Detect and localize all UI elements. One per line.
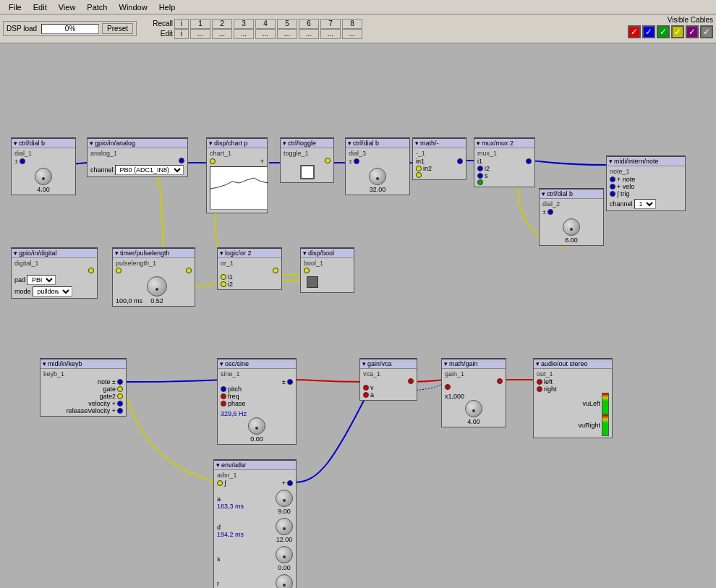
recall-8[interactable]: 8 (342, 19, 362, 29)
recall-4[interactable]: 4 (255, 19, 276, 29)
port-i2-mux[interactable] (477, 173, 483, 179)
port-relvel-out[interactable] (117, 408, 123, 414)
adsr-s-dial[interactable] (276, 546, 293, 563)
edit-dots-4[interactable]: ... (255, 29, 276, 39)
channel-label: channel (90, 166, 114, 174)
port-s-mux[interactable] (477, 179, 483, 185)
port-out-math[interactable] (457, 158, 463, 164)
port-a-in[interactable] (363, 392, 369, 398)
preset-button[interactable]: Preset (102, 23, 133, 34)
sine-dial[interactable] (248, 417, 265, 435)
port-freq-in[interactable] (221, 393, 226, 399)
note-channel-select[interactable]: 1 (634, 199, 656, 209)
recall-2[interactable]: 2 (212, 19, 232, 29)
port-out-dial3[interactable] (354, 158, 359, 164)
menu-patch[interactable]: Patch (81, 0, 113, 14)
port-out-dial1[interactable] (20, 158, 25, 164)
port-out-trig[interactable] (610, 191, 615, 197)
port-out-adsr[interactable] (287, 480, 293, 486)
port-out-gpio[interactable] (179, 158, 184, 163)
port-out-note1[interactable] (610, 176, 615, 182)
menu-window[interactable]: Window (114, 0, 153, 14)
port-out-vca[interactable] (408, 378, 414, 384)
edit-dots-6[interactable]: ... (299, 29, 319, 39)
recall-3[interactable]: 3 (234, 19, 254, 29)
edit-dots-2[interactable]: ... (212, 29, 232, 39)
port-in1-math[interactable] (416, 166, 422, 171)
menu-help[interactable]: Help (153, 0, 182, 14)
port-out-mux[interactable] (526, 158, 532, 164)
port-out-toggle[interactable] (325, 158, 331, 163)
module-header-ctrl-dial-2: ▾ ctrl/dial b (540, 189, 603, 199)
menu-view[interactable]: View (53, 0, 82, 14)
header-text: math/gain (449, 360, 478, 367)
header-text: logic/or 2 (225, 250, 252, 257)
port-v-in[interactable] (363, 385, 369, 391)
dial-1[interactable] (35, 168, 52, 185)
port-in-chart[interactable] (210, 158, 216, 164)
instance-vca: vca_1 (363, 370, 414, 378)
port-left-in[interactable] (537, 379, 542, 385)
channel-select[interactable]: PB0 (ADC1_IN8) (115, 165, 184, 175)
header-text: env/adsr (221, 461, 247, 469)
cb-purple[interactable]: ✓ (686, 25, 699, 38)
cb-blue[interactable]: ✓ (642, 25, 655, 38)
port-out-logic[interactable] (273, 268, 278, 273)
gain-dial[interactable] (465, 400, 482, 417)
edit-dots-1[interactable]: ... (190, 29, 210, 39)
mode-select[interactable]: pulldown (33, 286, 72, 297)
port-in-adsr[interactable] (217, 480, 223, 486)
port-note-out[interactable] (117, 379, 123, 385)
instance-logic: or_1 (221, 260, 278, 267)
port-i2-logic[interactable] (221, 281, 226, 287)
recall-6[interactable]: 6 (299, 19, 319, 29)
recall-5[interactable]: 5 (277, 19, 297, 29)
cb-red[interactable]: ✓ (628, 25, 641, 38)
patch-canvas[interactable]: ▾ ctrl/dial b dial_1 ± 4.00 ▾ gpio/in/an… (0, 43, 716, 588)
cb-green[interactable]: ✓ (657, 25, 670, 38)
adsr-r-dial[interactable] (276, 574, 293, 588)
module-header-timer: ▾ timer/pulselength (113, 249, 195, 258)
recall-7[interactable]: 7 (320, 19, 341, 29)
port-i1-mux[interactable] (477, 166, 483, 171)
edit-dots-8[interactable]: ... (342, 29, 362, 39)
port-out-velo[interactable] (610, 184, 615, 189)
r-lbl: r (217, 580, 244, 587)
toggle-box[interactable] (300, 165, 315, 179)
cb-gray[interactable]: ✓ (700, 25, 713, 38)
header-triangle: ▾ (303, 250, 307, 257)
recall-i[interactable]: i (174, 19, 189, 29)
port-out-digital[interactable] (88, 268, 94, 273)
port-in-timer[interactable] (116, 268, 122, 273)
adsr-d-dial[interactable] (276, 518, 293, 535)
chart-p-label: + (260, 158, 264, 165)
pad-select[interactable]: PB6 (27, 275, 56, 285)
edit-dots-7[interactable]: ... (320, 29, 341, 39)
port-velocity-out[interactable] (117, 401, 123, 406)
port-phase-in[interactable] (221, 401, 226, 406)
port-in2-math[interactable] (416, 172, 422, 178)
edit-i[interactable]: i (174, 29, 189, 39)
port-out-gain[interactable] (497, 378, 503, 384)
cb-yellow[interactable]: ✓ (671, 25, 684, 38)
menu-file[interactable]: File (3, 0, 27, 14)
recall-1[interactable]: 1 (190, 19, 210, 29)
port-in-bool[interactable] (304, 268, 310, 273)
timer-dial[interactable] (147, 276, 167, 297)
dial-2[interactable] (563, 218, 580, 236)
port-in-gain[interactable] (445, 384, 451, 390)
port-pitch-in[interactable] (221, 386, 226, 392)
edit-dots-5[interactable]: ... (277, 29, 297, 39)
header-triangle: ▾ (536, 360, 540, 367)
dial-3[interactable] (369, 168, 386, 185)
header-triangle: ▾ (362, 360, 366, 367)
edit-dots-3[interactable]: ... (234, 29, 254, 39)
adsr-a-dial[interactable] (276, 490, 293, 507)
port-right-in[interactable] (537, 386, 542, 392)
module-mux2: ▾ mux/mux 2 mux_1 i1 i2 s (474, 137, 535, 187)
port-out-dial2[interactable] (547, 209, 553, 215)
port-i1-logic[interactable] (221, 274, 226, 280)
port-out-sine[interactable] (287, 379, 293, 385)
menu-edit[interactable]: Edit (27, 0, 53, 14)
port-out-timer[interactable] (186, 268, 192, 273)
